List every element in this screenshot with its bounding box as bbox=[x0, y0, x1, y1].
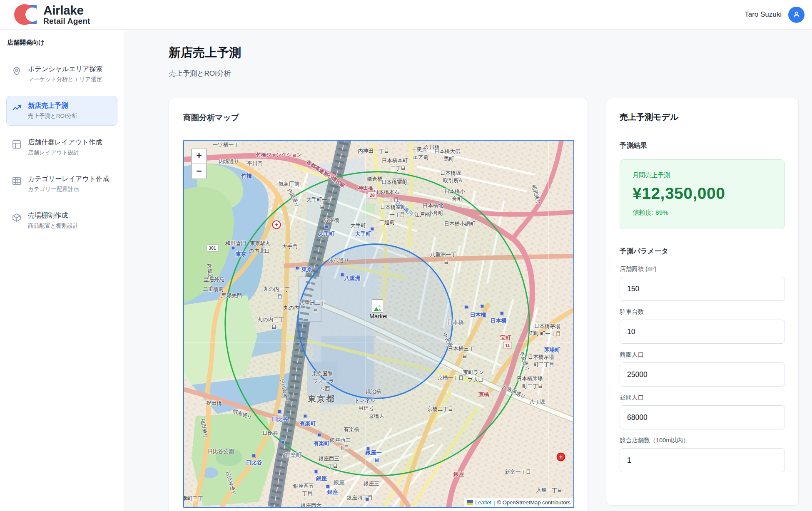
grid-icon bbox=[12, 176, 22, 186]
map-pin-icon bbox=[12, 66, 22, 76]
parking-count-input[interactable] bbox=[620, 320, 785, 344]
field-parking: 駐車台数 bbox=[620, 308, 785, 344]
field-label: 競合店舗数（100m以内） bbox=[620, 437, 785, 444]
sidebar-item-subtitle: 売上予測とROI分析 bbox=[28, 112, 77, 120]
app-header: Airlake Retail Agent Taro Suzuki bbox=[0, 0, 812, 30]
trade-area-map-card: 商圏分析マップ bbox=[169, 98, 588, 511]
leaflet-map[interactable]: 一ツ橋一丁竹橋ジャンクション内堀通り平川門竹橋気象庁前内神田一丁目今川橋首都高速… bbox=[183, 140, 574, 508]
zoom-in-button[interactable]: + bbox=[192, 149, 206, 164]
trending-up-icon bbox=[12, 103, 22, 113]
field-label: 駐車台数 bbox=[620, 308, 785, 316]
osm-attribution-text: © OpenStreetMap contributors bbox=[497, 499, 571, 506]
package-icon bbox=[12, 213, 22, 223]
page-subtitle: 売上予測とROI分析 bbox=[169, 69, 799, 78]
sidebar-item-subtitle: カテゴリー配置計画 bbox=[28, 186, 109, 193]
marker-label: Marker bbox=[369, 313, 387, 320]
sidebar-item-subtitle: マーケット分析とエリア選定 bbox=[28, 76, 102, 83]
daytime-population-input[interactable] bbox=[620, 405, 785, 429]
zoom-out-button[interactable]: − bbox=[192, 164, 206, 179]
store-area-input[interactable] bbox=[620, 277, 785, 301]
page-title: 新店売上予測 bbox=[169, 45, 799, 61]
sidebar-item-subtitle: 商品配置と棚割設計 bbox=[28, 222, 79, 230]
field-label: 店舗面積 (m²) bbox=[620, 265, 785, 273]
sidebar: 店舗開発向け ポテンシャルエリア探索 マーケット分析とエリア選定 新店売上予測 … bbox=[0, 30, 124, 511]
trade-area-population-input[interactable] bbox=[620, 362, 785, 387]
sidebar-item-planogram[interactable]: 売場棚割作成 商品配置と棚割設計 bbox=[6, 206, 117, 236]
sidebar-item-subtitle: 店舗レイアウト設計 bbox=[28, 149, 102, 156]
field-label: 昼間人口 bbox=[620, 394, 785, 402]
sidebar-item-fixture-layout[interactable]: 店舗什器レイアウト作成 店舗レイアウト設計 bbox=[6, 132, 117, 162]
map-marker[interactable]: Marker bbox=[372, 299, 387, 320]
params-heading: 予測パラメータ bbox=[620, 247, 785, 256]
attribution-separator: | bbox=[493, 499, 495, 506]
competitor-count-input[interactable] bbox=[620, 448, 785, 472]
main-content: 新店売上予測 売上予測とROI分析 商圏分析マップ bbox=[124, 30, 812, 511]
brand-subname: Retail Agent bbox=[43, 17, 90, 25]
leaflet-link[interactable]: Leaflet bbox=[475, 499, 491, 506]
map-attribution: Leaflet | © OpenStreetMap contributors bbox=[464, 498, 573, 507]
forecast-confidence: 信頼度: 89% bbox=[633, 208, 772, 217]
sidebar-section-label: 店舗開発向け bbox=[7, 39, 117, 47]
map-terrain bbox=[184, 141, 573, 507]
brand-logo: Airlake Retail Agent bbox=[14, 3, 90, 26]
field-competitors: 競合店舗数（100m以内） bbox=[620, 437, 785, 472]
brand-name: Airlake bbox=[43, 4, 90, 17]
sidebar-item-category-layout[interactable]: カテゴリーレイアウト作成 カテゴリー配置計画 bbox=[6, 169, 117, 199]
user-icon bbox=[792, 10, 801, 19]
sidebar-item-title: 店舗什器レイアウト作成 bbox=[28, 138, 102, 147]
sidebar-item-title: カテゴリーレイアウト作成 bbox=[28, 175, 109, 184]
airlake-logo-icon bbox=[14, 3, 37, 26]
field-label: 商圏人口 bbox=[620, 351, 785, 359]
field-trade-area-population: 商圏人口 bbox=[620, 351, 785, 387]
sidebar-item-title: ポテンシャルエリア探索 bbox=[28, 65, 102, 74]
result-heading: 予測結果 bbox=[620, 141, 785, 150]
sidebar-item-potential-area[interactable]: ポテンシャルエリア探索 マーケット分析とエリア選定 bbox=[6, 59, 117, 89]
map-zoom-control: + − bbox=[191, 148, 207, 179]
sidebar-item-title: 売場棚割作成 bbox=[28, 211, 79, 220]
field-store-area: 店舗面積 (m²) bbox=[620, 265, 785, 301]
sidebar-item-sales-forecast[interactable]: 新店売上予測 売上予測とROI分析 bbox=[6, 96, 117, 126]
forecast-label: 月間売上予測 bbox=[633, 171, 772, 179]
avatar[interactable] bbox=[788, 7, 805, 23]
marker-broken-image-icon bbox=[372, 299, 383, 313]
forecast-amount: ¥12,350,000 bbox=[633, 184, 772, 203]
layout-icon bbox=[12, 139, 22, 149]
forecast-result-box: 月間売上予測 ¥12,350,000 信頼度: 89% bbox=[620, 159, 785, 229]
map-card-title: 商圏分析マップ bbox=[183, 112, 573, 123]
field-daytime-population: 昼間人口 bbox=[620, 394, 785, 429]
ukraine-flag-icon bbox=[467, 500, 473, 505]
sales-model-card: 売上予測モデル 予測結果 月間売上予測 ¥12,350,000 信頼度: 89%… bbox=[606, 98, 799, 506]
sidebar-item-title: 新店売上予測 bbox=[28, 102, 77, 110]
model-card-title: 売上予測モデル bbox=[620, 112, 785, 123]
user-name: Taro Suzuki bbox=[745, 10, 782, 19]
